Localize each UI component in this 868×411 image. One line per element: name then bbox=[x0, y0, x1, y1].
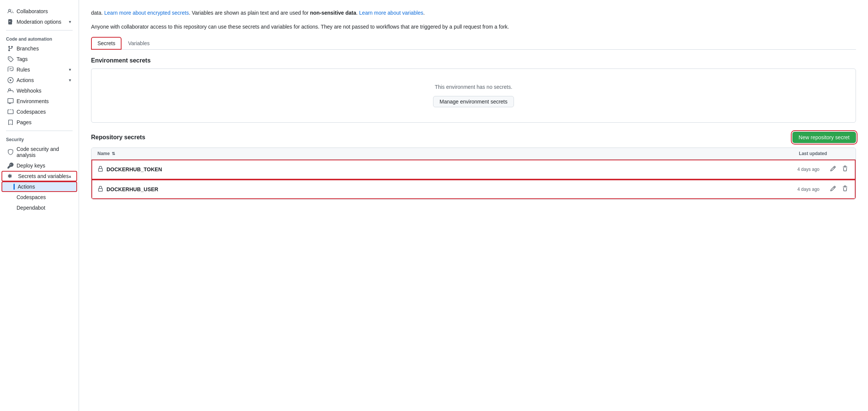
edit-button[interactable] bbox=[828, 164, 838, 175]
security-section-label: Security bbox=[0, 134, 79, 144]
active-indicator bbox=[14, 184, 15, 190]
repo-secrets-header: Repository secrets New repository secret bbox=[91, 132, 856, 143]
sort-icon[interactable]: ⇅ bbox=[112, 151, 115, 156]
code-automation-label: Code and automation bbox=[0, 33, 79, 43]
sidebar-item-webhooks[interactable]: Webhooks bbox=[2, 85, 77, 96]
table-row: DOCKERHUB_TOKEN 4 days ago bbox=[91, 160, 856, 180]
col-name-header: Name ⇅ bbox=[97, 151, 774, 156]
sidebar-item-actions[interactable]: Actions ▾ bbox=[2, 75, 77, 85]
sidebar-item-rules[interactable]: Rules ▾ bbox=[2, 64, 77, 75]
sidebar-item-codespaces-sub[interactable]: Codespaces bbox=[2, 192, 77, 202]
row-updated: 4 days ago bbox=[797, 167, 819, 172]
sidebar-divider-2 bbox=[6, 131, 73, 131]
row-actions: 4 days ago bbox=[797, 164, 850, 175]
repo-secrets-title: Repository secrets bbox=[91, 134, 145, 141]
row-name-dockerhub-token: DOCKERHUB_TOKEN bbox=[97, 166, 797, 173]
top-description: data. Learn more about encrypted secrets… bbox=[91, 9, 856, 17]
webhooks-icon bbox=[8, 88, 14, 94]
tab-secrets[interactable]: Secrets bbox=[91, 37, 122, 50]
lock-icon bbox=[97, 186, 103, 193]
row-name-dockerhub-user: DOCKERHUB_USER bbox=[97, 186, 797, 193]
sidebar-item-collaborators[interactable]: Collaborators bbox=[2, 6, 77, 17]
delete-button[interactable] bbox=[841, 164, 850, 175]
actions-icon bbox=[8, 77, 14, 83]
delete-button[interactable] bbox=[841, 184, 850, 195]
sidebar-item-codespaces[interactable]: Codespaces bbox=[2, 107, 77, 117]
branches-icon bbox=[8, 46, 14, 52]
secrets-table: Name ⇅ Last updated DOCKERHUB_TOKEN 4 da… bbox=[91, 148, 856, 199]
new-secret-btn-wrapper: New repository secret bbox=[792, 132, 856, 143]
env-secrets-empty-text: This environment has no secrets. bbox=[99, 84, 848, 90]
secret-name: DOCKERHUB_TOKEN bbox=[106, 166, 162, 172]
table-row: DOCKERHUB_USER 4 days ago bbox=[91, 180, 856, 199]
manage-env-secrets-button[interactable]: Manage environment secrets bbox=[433, 96, 514, 107]
sidebar-item-actions-sub[interactable]: Actions bbox=[2, 181, 77, 192]
sidebar-item-secrets-and-variables[interactable]: ✱ Secrets and variables ▴ bbox=[2, 171, 77, 181]
edit-button[interactable] bbox=[828, 184, 838, 195]
environments-icon bbox=[8, 98, 14, 104]
variables-link[interactable]: Learn more about variables bbox=[359, 10, 423, 16]
sidebar-item-label: Actions bbox=[17, 77, 34, 83]
collaborators-icon bbox=[8, 8, 14, 14]
code-security-icon bbox=[8, 149, 14, 155]
sidebar-item-environments[interactable]: Environments bbox=[2, 96, 77, 107]
chevron-down-icon: ▾ bbox=[69, 67, 71, 72]
sidebar-item-deploy-keys[interactable]: Deploy keys bbox=[2, 160, 77, 171]
sidebar-item-branches[interactable]: Branches bbox=[2, 43, 77, 54]
name-label: Name bbox=[97, 151, 110, 156]
row-actions: 4 days ago bbox=[797, 184, 850, 195]
sidebar-item-label: Pages bbox=[17, 119, 32, 125]
new-repository-secret-button[interactable]: New repository secret bbox=[792, 132, 856, 143]
sidebar-item-label: Environments bbox=[17, 98, 49, 104]
table-header: Name ⇅ Last updated bbox=[91, 148, 856, 160]
sidebar: Collaborators Moderation options ▾ Code … bbox=[0, 0, 79, 411]
sidebar-item-label: Secrets and variables bbox=[18, 173, 69, 179]
sidebar-item-label: Code security and analysis bbox=[17, 146, 71, 158]
chevron-down-icon: ▾ bbox=[69, 78, 71, 83]
secrets-icon: ✱ bbox=[8, 173, 12, 179]
sidebar-item-tags[interactable]: Tags bbox=[2, 54, 77, 64]
main-content: data. Learn more about encrypted secrets… bbox=[79, 0, 868, 411]
sidebar-item-label: Codespaces bbox=[17, 109, 46, 115]
env-secrets-title: Environment secrets bbox=[91, 57, 856, 64]
sidebar-item-moderation-options[interactable]: Moderation options ▾ bbox=[2, 17, 77, 27]
sidebar-item-label: Tags bbox=[17, 56, 28, 62]
sidebar-item-label: Webhooks bbox=[17, 88, 41, 94]
pages-icon bbox=[8, 119, 14, 125]
sidebar-item-label: Moderation options bbox=[17, 19, 61, 25]
secret-name: DOCKERHUB_USER bbox=[106, 186, 158, 192]
env-secrets-box: This environment has no secrets. Manage … bbox=[91, 68, 856, 123]
collaborator-note: Anyone with collaborator access to this … bbox=[91, 23, 856, 31]
rules-icon bbox=[8, 67, 14, 73]
sidebar-item-label: Collaborators bbox=[17, 8, 48, 14]
tab-variables[interactable]: Variables bbox=[122, 37, 156, 50]
sidebar-divider bbox=[6, 30, 73, 30]
sidebar-item-dependabot-sub[interactable]: Dependabot bbox=[2, 202, 77, 213]
sidebar-item-code-security[interactable]: Code security and analysis bbox=[2, 144, 77, 160]
lock-icon bbox=[97, 166, 103, 173]
chevron-up-icon: ▴ bbox=[69, 174, 71, 179]
tabs-container: Secrets Variables bbox=[91, 37, 856, 50]
col-updated-header: Last updated bbox=[774, 151, 850, 156]
sidebar-item-label: Branches bbox=[17, 46, 39, 52]
non-sensitive-bold: non-sensitive data bbox=[310, 10, 356, 16]
row-updated: 4 days ago bbox=[797, 187, 819, 192]
sidebar-item-label: Deploy keys bbox=[17, 163, 45, 169]
tags-icon bbox=[8, 56, 14, 62]
sidebar-item-label: Codespaces bbox=[17, 194, 46, 200]
deploy-keys-icon bbox=[8, 163, 14, 169]
sidebar-item-label: Actions bbox=[18, 184, 35, 190]
codespaces-icon bbox=[8, 109, 14, 115]
sidebar-item-label: Rules bbox=[17, 67, 30, 73]
sidebar-item-pages[interactable]: Pages bbox=[2, 117, 77, 128]
chevron-down-icon: ▾ bbox=[69, 19, 71, 24]
moderation-icon bbox=[8, 19, 14, 25]
encrypted-secrets-link[interactable]: Learn more about encrypted secrets bbox=[104, 10, 189, 16]
sidebar-item-label: Dependabot bbox=[17, 205, 45, 211]
